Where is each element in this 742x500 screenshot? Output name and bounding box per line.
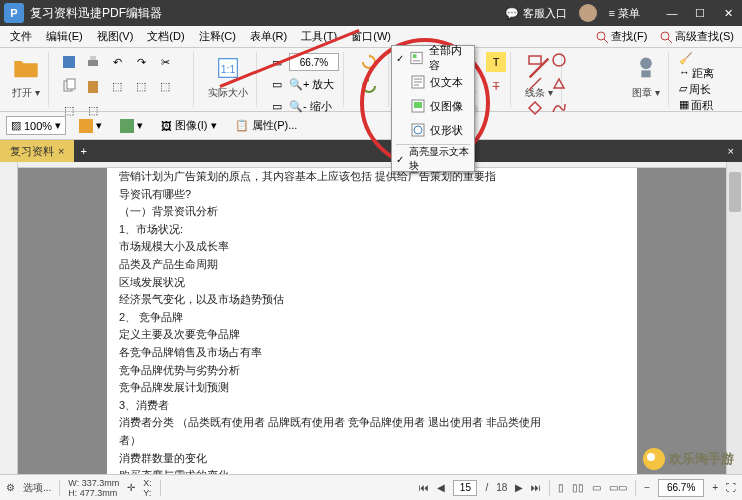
menu-tools[interactable]: 工具(T)	[295, 27, 343, 46]
menu-item-shape[interactable]: 仅形状	[392, 118, 474, 142]
open-button[interactable]: 打开 ▾	[8, 52, 44, 102]
zoom-out-status-icon[interactable]: −	[644, 482, 650, 493]
text-line[interactable]: 定义主要及次要竞争品牌	[119, 326, 625, 344]
highlight-tool-icon[interactable]: T	[486, 52, 506, 72]
tool-c-icon[interactable]: ⬚	[155, 76, 175, 96]
poly-tool-icon[interactable]	[551, 76, 571, 96]
menu-comment[interactable]: 注释(C)	[193, 27, 242, 46]
customer-service-link[interactable]: 💬 客服入口	[505, 6, 566, 21]
fit-page-icon[interactable]: ▭	[267, 52, 287, 72]
layout-single-icon[interactable]: ▯	[558, 482, 564, 493]
color-a[interactable]: ▾	[74, 116, 107, 136]
close-button[interactable]: ✕	[718, 3, 738, 23]
menu-edit[interactable]: 编辑(E)	[40, 27, 89, 46]
text-line[interactable]: 竞争品牌优势与劣势分析	[119, 362, 625, 380]
cut-icon[interactable]: ✂	[155, 52, 175, 72]
menu-item-image[interactable]: 仅图像	[392, 94, 474, 118]
redo-icon[interactable]: ↷	[131, 52, 151, 72]
main-menu-link[interactable]: ≡ 菜单	[609, 6, 640, 21]
circle-tool-icon[interactable]	[551, 52, 571, 72]
undo-icon[interactable]: ↶	[107, 52, 127, 72]
minimize-button[interactable]: —	[662, 3, 682, 23]
zoom-in-status-icon[interactable]: +	[712, 482, 718, 493]
text-line[interactable]: 经济景气变化，以及市场趋势预估	[119, 291, 625, 309]
area-tool[interactable]: ▦面积	[679, 98, 713, 113]
fit-width-icon[interactable]: ▭	[267, 74, 287, 94]
text-line[interactable]: 2、 竞争品牌	[119, 309, 625, 327]
maximize-button[interactable]: ☐	[690, 3, 710, 23]
page-viewport[interactable]: 营销计划为广告策划的原点，其内容基本上应该包括 提供给广告策划的重要指 导资讯有…	[18, 162, 726, 474]
first-page-icon[interactable]: ⏮	[419, 482, 429, 493]
last-page-icon[interactable]: ⏭	[531, 482, 541, 493]
text-line[interactable]: 者）	[119, 432, 625, 450]
menu-view[interactable]: 视图(V)	[91, 27, 140, 46]
print-icon[interactable]	[83, 52, 103, 72]
tab-add-button[interactable]: +	[74, 145, 92, 157]
vertical-scrollbar[interactable]	[726, 162, 742, 474]
user-avatar[interactable]	[579, 4, 597, 22]
text-line[interactable]: 消费群数量的变化	[119, 450, 625, 468]
stamp-button[interactable]: 图章 ▾	[628, 52, 664, 102]
menu-window[interactable]: 窗口(W)	[345, 27, 397, 46]
document-page[interactable]: 营销计划为广告策划的原点，其内容基本上应该包括 提供给广告策划的重要指 导资讯有…	[107, 162, 637, 474]
page-current-input[interactable]	[453, 480, 477, 496]
zoom-out-button[interactable]: 🔍- 缩小	[289, 99, 332, 114]
actual-size-button[interactable]: 1:1 实际大小	[204, 52, 252, 102]
line-tool-icon[interactable]	[527, 76, 547, 96]
eraser-tool-icon[interactable]: 🧹	[679, 52, 693, 65]
paste-icon[interactable]	[83, 76, 103, 96]
text-line[interactable]: 品类及产品生命周期	[119, 256, 625, 274]
prev-page-icon[interactable]: ◀	[437, 482, 445, 493]
rotate-ccw-icon[interactable]	[359, 76, 379, 96]
tabbar-close-icon[interactable]: ×	[720, 145, 742, 157]
fit-height-icon[interactable]: ▭	[267, 96, 287, 116]
color-b[interactable]: ▾	[115, 116, 148, 136]
options-gear-icon[interactable]: ⚙	[6, 482, 15, 493]
text-line[interactable]: （一）背景资讯分析	[119, 203, 625, 221]
layout-book-icon[interactable]: ▭▭	[609, 482, 627, 493]
props-button[interactable]: 📋 属性(P)...	[230, 115, 303, 136]
fit-status-icon[interactable]: ⛶	[726, 482, 736, 493]
menu-item-text[interactable]: 仅文本	[392, 70, 474, 94]
text-line[interactable]: 竞争品牌发展计划预测	[119, 379, 625, 397]
layout-continuous-icon[interactable]: ▯▯	[572, 482, 584, 493]
menu-file[interactable]: 文件	[4, 27, 38, 46]
text-line[interactable]: 导资讯有哪些?	[119, 186, 625, 204]
layout-facing-icon[interactable]: ▭	[592, 482, 601, 493]
save-icon[interactable]	[59, 52, 79, 72]
text-line[interactable]: 各竞争品牌销售及市场占有率	[119, 344, 625, 362]
text-line[interactable]: 市场规模大小及成长率	[119, 238, 625, 256]
status-zoom-input[interactable]	[658, 479, 704, 497]
perimeter-tool[interactable]: ▱周长	[679, 82, 711, 97]
freehand-tool-icon[interactable]	[551, 100, 571, 120]
scroll-thumb[interactable]	[729, 172, 741, 212]
find-button[interactable]: 查找(F)	[591, 27, 651, 46]
tool-b-icon[interactable]: ⬚	[131, 76, 151, 96]
next-page-icon[interactable]: ▶	[515, 482, 523, 493]
rotate-cw-icon[interactable]	[359, 52, 379, 72]
advanced-find-button[interactable]: 高级查找(S)	[655, 27, 738, 46]
menu-document[interactable]: 文档(D)	[141, 27, 190, 46]
document-tab[interactable]: 复习资料 ×	[0, 140, 74, 162]
distance-tool[interactable]: ↔距离	[679, 66, 714, 81]
menu-item-highlight[interactable]: ✓ 高亮显示文本块	[392, 147, 474, 171]
tab-close-icon[interactable]: ×	[58, 145, 64, 157]
strikethrough-tool-icon[interactable]: T	[486, 76, 506, 96]
menu-form[interactable]: 表单(R)	[244, 27, 293, 46]
copy-icon[interactable]	[59, 76, 79, 96]
text-line[interactable]: 3、消费者	[119, 397, 625, 415]
zoom-in-button[interactable]: 🔍+ 放大	[289, 77, 334, 92]
text-line[interactable]: 区域发展状况	[119, 274, 625, 292]
tool-a-icon[interactable]: ⬚	[107, 76, 127, 96]
layers-button[interactable]: 🖼 图像(I) ▾	[156, 115, 221, 136]
menu-item-all[interactable]: ✓ 全部内容	[392, 46, 474, 70]
text-line[interactable]: 营销计划为广告策划的原点，其内容基本上应该包括 提供给广告策划的重要指	[119, 168, 625, 186]
text-line[interactable]: 消费者分类 （品类既有使用者 品牌既有使用者 竞争品牌使用者 退出使用者 非品类…	[119, 414, 625, 432]
pattern-select[interactable]: ▨ 100% ▾	[6, 116, 66, 135]
text-line[interactable]: 购买态度与需求的变化	[119, 467, 625, 474]
options-button[interactable]: 选项...	[23, 481, 51, 495]
text-line[interactable]: 1、市场状况:	[119, 221, 625, 239]
rect-tool-icon[interactable]	[527, 52, 547, 72]
zoom-input[interactable]	[289, 53, 339, 71]
diamond-tool-icon[interactable]	[527, 100, 547, 120]
